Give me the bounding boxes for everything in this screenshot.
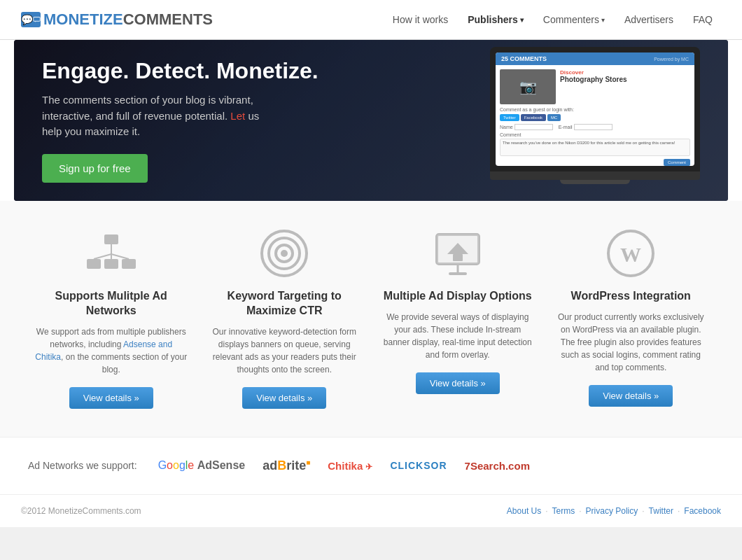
svg-rect-3 [104, 234, 118, 244]
network-icon [83, 229, 139, 278]
comment-submit-btn[interactable]: Comment [664, 159, 690, 166]
screen-name-email-row: Name E-mail [500, 124, 690, 130]
svg-rect-19 [453, 254, 463, 261]
feature-title-0: Supports Mulitple Ad Networks [35, 289, 188, 318]
footer-privacy-policy[interactable]: Privacy Policy [586, 506, 638, 516]
footer-terms[interactable]: Terms [552, 506, 575, 516]
ad-networks-label: Ad Networks we support: [28, 460, 137, 471]
clicksor-logo[interactable]: CLICKSOR [390, 460, 447, 471]
feature-wordpress: W WordPress Integration Our product curr… [555, 229, 708, 409]
google-adsense-logo[interactable]: Google AdSense [158, 459, 246, 472]
nav-faq[interactable]: FAQ [685, 8, 721, 31]
screen-product-row: Discover Photography Stores [500, 69, 690, 104]
feature-desc-2: We provide several ways of displaying yo… [382, 311, 534, 361]
twitter-login-btn[interactable]: Twitter [500, 114, 519, 121]
hero-subtitle: The comments section of your blog is vib… [42, 92, 266, 140]
svg-marker-2 [35, 21, 36, 22]
feature-title-2: Multiple Ad Display Options [382, 289, 534, 304]
logo[interactable]: MONETIZECOMMENTS [21, 10, 213, 29]
feature-keyword-targeting: Keyword Targeting to Maximize CTR Our in… [209, 229, 361, 409]
logo-monetize: MONETIZE [43, 10, 123, 28]
hero-cta-button[interactable]: Sign up for free [42, 154, 148, 183]
powered-by: Powered by MC [654, 57, 689, 62]
feature-ad-networks: Supports Mulitple Ad Networks We support… [35, 229, 188, 409]
screen-discover: Discover [560, 69, 690, 76]
chitika-logo[interactable]: Chitika ✈ [328, 460, 372, 472]
nav-commenters[interactable]: Commenters [535, 8, 613, 31]
footer-links: About Us · Terms · Privacy Policy · Twit… [507, 506, 721, 516]
laptop-base [490, 172, 700, 180]
feature-title-3: WordPress Integration [555, 289, 708, 304]
display-icon [430, 229, 486, 278]
footer-about-us[interactable]: About Us [507, 506, 541, 516]
mc-login-btn[interactable]: MC [547, 114, 561, 121]
svg-rect-17 [449, 272, 467, 275]
email-field-container: E-mail [559, 124, 612, 130]
hero-screenshot: 25 COMMENTS Powered by MC Discover Photo… [490, 47, 700, 184]
nav-advertisers[interactable]: Advertisers [616, 8, 682, 31]
adsense-chitika-link[interactable]: Adsense and Chitika [35, 340, 172, 362]
nav-how-it-works[interactable]: How it works [384, 8, 456, 31]
ad-logos-container: Google AdSense adBrite■ Chitika ✈ CLICKS… [158, 458, 530, 473]
name-input-mock[interactable] [514, 124, 553, 130]
feature-title-1: Keyword Targeting to Maximize CTR [209, 289, 361, 318]
comment-textarea-mock[interactable]: The research you've done on the Nikon D3… [500, 139, 690, 156]
features-section: Supports Mulitple Ad Networks We support… [0, 201, 742, 437]
facebook-login-btn[interactable]: Facebook [521, 114, 546, 121]
footer-twitter[interactable]: Twitter [649, 506, 673, 516]
feature-desc-1: Our innovative keyword-detection form di… [209, 326, 361, 376]
site-header: MONETIZECOMMENTS How it works Publishers… [0, 0, 742, 40]
svg-text:W: W [620, 243, 641, 266]
logo-comments: COMMENTS [123, 10, 213, 28]
screen-product-photo [500, 69, 556, 104]
svg-point-13 [281, 250, 288, 257]
screen-body: Discover Photography Stores Comment as a… [496, 65, 694, 162]
login-label: Comment as a guest or login with: [500, 107, 690, 112]
screen-product-info: Discover Photography Stores [560, 69, 690, 104]
name-field-container: Name [500, 124, 553, 130]
svg-rect-4 [87, 259, 101, 269]
feature-desc-3: Our product currently works exclusively … [555, 311, 708, 374]
comments-count: 25 COMMENTS [501, 55, 547, 62]
screen-store: Photography Stores [560, 76, 690, 83]
hero-section: Engage. Detect. Monetize. The comments s… [14, 40, 728, 201]
site-footer: ©2012 MonetizeComments.com About Us · Te… [0, 494, 742, 527]
feature-btn-2[interactable]: View details » [416, 372, 500, 394]
footer-facebook[interactable]: Facebook [684, 506, 721, 516]
feature-ad-display: Multiple Ad Display Options We provide s… [382, 229, 534, 409]
feature-desc-0: We support ads from multiple publishers … [35, 326, 188, 376]
features-grid: Supports Mulitple Ad Networks We support… [35, 229, 707, 409]
laptop-mockup: 25 COMMENTS Powered by MC Discover Photo… [490, 47, 700, 172]
feature-btn-0[interactable]: View details » [69, 387, 153, 409]
svg-rect-5 [122, 259, 136, 269]
nav-publishers[interactable]: Publishers [459, 8, 532, 31]
laptop-stand [560, 180, 630, 184]
logo-icon [21, 12, 41, 27]
svg-line-9 [111, 254, 129, 259]
svg-rect-1 [34, 18, 40, 21]
hero-subtitle-text1: The comments section of your blog is vib… [42, 94, 253, 122]
main-nav: How it works Publishers Commenters Adver… [384, 8, 721, 31]
screen-header: 25 COMMENTS Powered by MC [496, 52, 694, 65]
7search-logo[interactable]: 7Search.com [465, 460, 530, 472]
name-label: Name [500, 125, 513, 130]
screen-login-buttons: Twitter Facebook MC [500, 114, 690, 121]
feature-btn-1[interactable]: View details » [242, 387, 326, 409]
wordpress-icon: W [603, 229, 659, 278]
email-input-mock[interactable] [574, 124, 612, 130]
comment-label: Comment [500, 132, 690, 137]
adbrite-logo[interactable]: adBrite■ [262, 458, 310, 473]
email-label: E-mail [559, 125, 573, 130]
target-icon [256, 229, 312, 278]
hero-highlight: Let [230, 110, 245, 122]
copyright: ©2012 MonetizeComments.com [21, 506, 141, 516]
ad-networks-section: Ad Networks we support: Google AdSense a… [0, 437, 742, 494]
svg-rect-6 [104, 259, 118, 269]
laptop-screen: 25 COMMENTS Powered by MC Discover Photo… [496, 52, 694, 166]
svg-line-8 [94, 254, 111, 259]
feature-btn-3[interactable]: View details » [589, 385, 673, 407]
